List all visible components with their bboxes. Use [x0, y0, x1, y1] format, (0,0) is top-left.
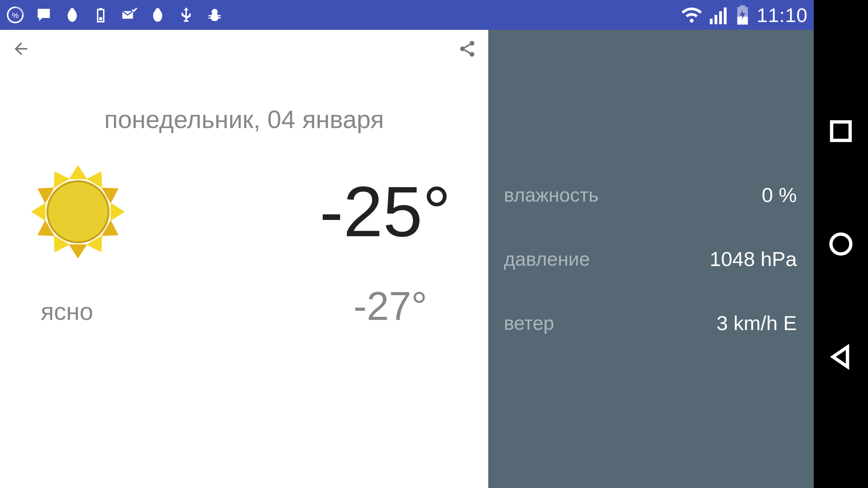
details-pane: влажность 0 % давление 1048 hPa ветер 3 …	[488, 30, 814, 488]
metric-wind: ветер 3 km/h E	[504, 311, 797, 335]
svg-marker-22	[69, 165, 87, 179]
metric-pressure: давление 1048 hPa	[504, 247, 797, 271]
main-pane: понедельник, 04 января	[0, 30, 488, 488]
percent-icon: %	[6, 6, 24, 24]
svg-rect-12	[710, 19, 712, 24]
app-body: понедельник, 04 января	[0, 30, 814, 488]
humidity-value: 0 %	[762, 183, 797, 207]
svg-point-4	[70, 8, 75, 13]
svg-rect-13	[714, 15, 717, 24]
svg-rect-17	[740, 5, 745, 7]
svg-rect-15	[724, 7, 727, 24]
usb-icon	[177, 6, 195, 24]
svg-rect-11	[211, 14, 219, 21]
condition-row: ясно -27°	[0, 273, 488, 329]
wind-value: 3 km/h E	[716, 311, 797, 335]
pressure-value: 1048 hPa	[710, 247, 797, 271]
svg-rect-14	[719, 11, 722, 24]
signal-icon	[708, 4, 730, 26]
high-temperature: -25°	[320, 175, 451, 249]
nav-home-button[interactable]	[828, 231, 854, 257]
status-bar: %	[0, 0, 814, 30]
status-bar-left: %	[6, 6, 224, 24]
temperature-row: -25°	[0, 161, 488, 263]
metric-humidity: влажность 0 %	[504, 183, 797, 207]
mail-check-icon	[120, 6, 138, 24]
sun-icon	[27, 161, 129, 263]
nav-back-button[interactable]	[828, 344, 854, 370]
bug-solid2-icon	[149, 6, 167, 24]
svg-rect-35	[832, 122, 850, 140]
back-button[interactable]	[9, 37, 33, 60]
svg-rect-6	[99, 8, 102, 10]
weather-content: понедельник, 04 января	[0, 68, 488, 488]
svg-point-9	[155, 8, 160, 13]
wifi-icon	[680, 3, 703, 26]
svg-point-36	[831, 234, 851, 254]
battery-charging-icon	[735, 4, 750, 25]
nav-recent-button[interactable]	[828, 118, 854, 144]
status-time: 11:10	[757, 4, 808, 26]
svg-point-21	[470, 52, 474, 57]
svg-marker-28	[69, 244, 87, 259]
low-temperature: -27°	[353, 283, 448, 329]
pressure-label: давление	[504, 248, 590, 270]
wind-label: ветер	[504, 312, 554, 334]
temperature-block: -25°	[320, 175, 455, 249]
condition-label: ясно	[41, 298, 93, 325]
svg-rect-7	[99, 17, 102, 20]
adb-debug-icon	[205, 6, 224, 24]
battery-outline-icon	[92, 6, 110, 24]
humidity-label: влажность	[504, 184, 599, 206]
date-label: понедельник, 04 января	[0, 105, 488, 134]
status-bar-right: 11:10	[680, 3, 808, 26]
app-bar	[0, 30, 488, 68]
svg-marker-31	[31, 203, 45, 221]
bug-solid-icon	[63, 6, 81, 24]
svg-text:%: %	[12, 11, 19, 20]
svg-point-34	[47, 181, 108, 242]
svg-marker-37	[833, 347, 848, 367]
svg-marker-25	[111, 203, 125, 221]
svg-point-19	[470, 41, 474, 46]
device-screen: %	[0, 0, 814, 488]
android-nav-bar	[814, 0, 868, 488]
message-icon	[35, 6, 53, 24]
share-button[interactable]	[456, 37, 479, 60]
svg-point-20	[460, 46, 465, 51]
